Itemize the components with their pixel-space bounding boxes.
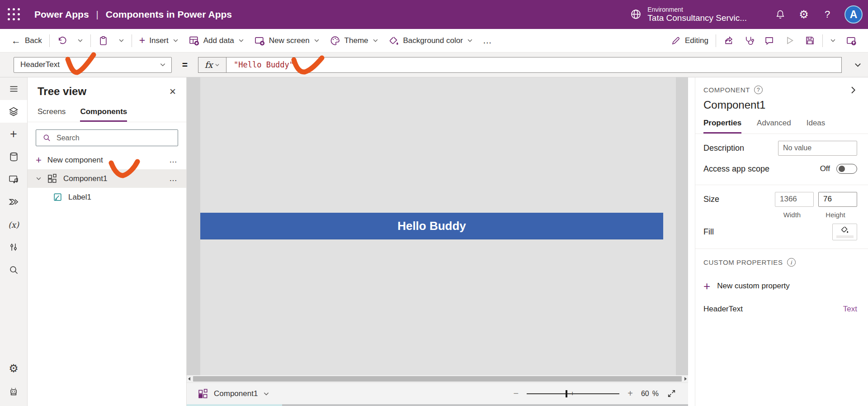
access-app-scope-toggle[interactable] <box>836 164 857 174</box>
formula-bar-expand-button[interactable] <box>847 61 868 69</box>
search-input[interactable] <box>57 134 178 142</box>
waffle-menu-icon[interactable] <box>0 0 28 29</box>
description-input[interactable] <box>778 141 857 156</box>
tab-components[interactable]: Components <box>80 107 127 122</box>
undo-button[interactable] <box>52 32 72 50</box>
robot-icon <box>8 386 19 396</box>
info-circle-icon[interactable]: i <box>787 258 796 267</box>
zoom-out-button[interactable]: − <box>514 388 519 399</box>
undo-dropdown[interactable] <box>72 32 88 50</box>
insert-button[interactable]: + Insert <box>134 32 184 50</box>
app-checker-button[interactable] <box>739 32 759 50</box>
environment-name: Tata Consultancy Servic... <box>647 13 747 24</box>
rail-advanced-tools-button[interactable] <box>0 236 27 258</box>
help-button[interactable]: ? <box>816 0 839 29</box>
commandbar-overflow-button[interactable]: … <box>478 32 498 50</box>
new-screen-button[interactable]: New screen <box>249 32 325 50</box>
fill-color-button[interactable] <box>832 224 857 240</box>
canvas-component-selector[interactable]: Component1 <box>198 388 269 399</box>
bell-icon <box>775 9 786 20</box>
help-circle-icon[interactable]: ? <box>754 86 763 94</box>
selected-component-name: Component1 <box>703 99 857 111</box>
equals-sign: = <box>172 59 198 70</box>
height-input[interactable] <box>818 192 857 207</box>
rail-media-button[interactable] <box>0 168 27 191</box>
chevron-down-icon <box>77 38 83 43</box>
chevron-down-icon <box>467 38 473 43</box>
rail-settings-button[interactable]: ⚙ <box>0 357 27 380</box>
tools-icon <box>9 242 19 252</box>
theme-button[interactable]: Theme <box>325 32 383 50</box>
settings-button[interactable]: ⚙ <box>792 0 816 29</box>
zoom-slider-handle[interactable] <box>566 390 567 397</box>
paste-dropdown[interactable] <box>113 32 129 50</box>
rail-virtual-agent-button[interactable] <box>0 380 27 402</box>
add-data-button[interactable]: Add data <box>184 32 249 50</box>
save-button[interactable] <box>800 32 820 50</box>
scroll-right-arrow[interactable] <box>683 377 688 381</box>
tree-item-label: Label1 <box>68 193 91 202</box>
zoom-in-button[interactable]: + <box>627 388 633 399</box>
property-selector[interactable]: HeaderText <box>14 57 172 73</box>
component-header-control[interactable]: Hello Buddy <box>200 213 663 239</box>
paste-button[interactable] <box>93 32 113 50</box>
rail-insert-button[interactable]: + <box>0 123 27 145</box>
custom-property-type-link[interactable]: Text <box>843 305 857 314</box>
canvas-horizontal-scrollbar[interactable] <box>187 375 688 382</box>
tree-item-label1[interactable]: Label1 <box>28 188 186 206</box>
plus-icon: + <box>703 280 710 292</box>
background-color-button[interactable]: Background color <box>383 32 478 50</box>
formula-bar: HeaderText = fx "Hello Buddy" <box>0 52 868 77</box>
rail-power-automate-button[interactable] <box>0 191 27 213</box>
close-icon[interactable]: ✕ <box>169 86 176 97</box>
paint-bucket-icon <box>840 225 849 234</box>
share-button[interactable] <box>718 32 739 50</box>
environment-picker[interactable]: Environment Tata Consultancy Servic... <box>630 6 747 24</box>
comments-button[interactable] <box>759 32 779 50</box>
custom-property-row[interactable]: HeaderText Text <box>703 305 857 314</box>
tab-advanced[interactable]: Advanced <box>757 119 791 134</box>
environment-label: Environment <box>647 6 747 13</box>
chevron-down-icon[interactable] <box>36 176 42 182</box>
rail-tree-view-button[interactable] <box>0 100 27 123</box>
access-app-scope-label: Access app scope <box>703 164 820 174</box>
chevron-down-icon <box>830 38 836 43</box>
save-dropdown[interactable] <box>825 32 841 50</box>
properties-panel: COMPONENT ? Component1 Properties Advanc… <box>695 77 868 406</box>
chevron-down-icon <box>160 62 166 68</box>
preview-button[interactable] <box>779 32 800 50</box>
property-selector-value: HeaderText <box>14 60 160 69</box>
tab-ideas[interactable]: Ideas <box>807 119 826 134</box>
editing-mode-button[interactable]: Editing <box>666 32 713 50</box>
avatar[interactable]: A <box>844 5 863 24</box>
tree-item-component1[interactable]: Component1 … <box>28 169 186 188</box>
rail-menu-button[interactable] <box>0 77 27 100</box>
fullscreen-icon[interactable] <box>667 389 676 398</box>
row-overflow-button[interactable]: … <box>169 155 178 165</box>
new-component-button[interactable]: + New component … <box>28 151 186 169</box>
formula-input[interactable]: "Hello Buddy" <box>226 57 841 72</box>
scrollbar-thumb[interactable] <box>193 376 682 382</box>
back-button[interactable]: ← Back <box>6 32 47 50</box>
rail-variables-button[interactable]: (x) <box>0 213 27 236</box>
hamburger-icon <box>9 84 19 94</box>
notifications-button[interactable] <box>769 0 792 29</box>
fx-selector[interactable]: fx <box>198 57 226 72</box>
new-custom-property-button[interactable]: + New custom property <box>703 280 857 292</box>
collapse-panel-icon[interactable] <box>849 86 857 94</box>
tree-search-box[interactable] <box>36 129 178 146</box>
rail-search-button[interactable] <box>0 258 27 281</box>
tab-properties[interactable]: Properties <box>703 119 741 134</box>
design-canvas[interactable]: Hello Buddy <box>187 77 688 375</box>
tab-screens[interactable]: Screens <box>38 107 66 122</box>
scroll-left-arrow[interactable] <box>187 377 192 381</box>
row-overflow-button[interactable]: … <box>169 174 178 183</box>
top-app-bar: Power Apps | Components in Power Apps En… <box>0 0 868 29</box>
zoom-slider[interactable]: + <box>527 390 619 398</box>
publish-button[interactable] <box>841 32 862 50</box>
chevron-down-icon <box>173 38 179 43</box>
width-input[interactable] <box>775 192 814 207</box>
left-navigation-rail: + (x) <box>0 77 28 406</box>
rail-data-button[interactable] <box>0 145 27 168</box>
chevron-down-icon <box>314 38 320 43</box>
